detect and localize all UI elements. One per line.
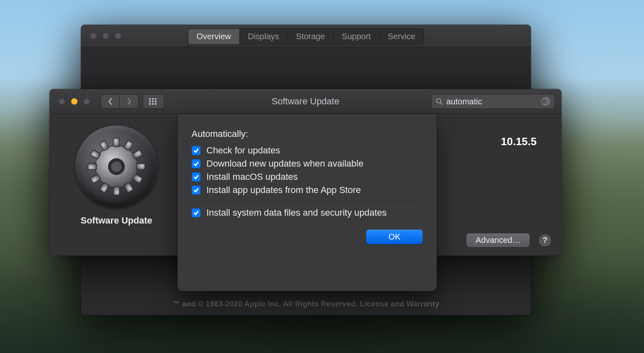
svg-rect-5 [155,101,156,102]
nav-back-forward [101,94,139,108]
x-icon [542,99,546,104]
software-update-left-column: Software Update [62,125,171,226]
nav-back-button[interactable] [101,94,120,108]
option-label: Install macOS updates [206,172,298,182]
maximize-icon[interactable] [83,98,90,105]
nav-forward-button[interactable] [120,94,139,108]
sheet-header: Automatically: [192,129,423,139]
option-download-new-updates[interactable]: Download new updates when available [192,158,423,169]
prefs-window-title: Software Update [272,96,339,107]
prefs-search-field[interactable]: automatic [431,94,555,109]
show-all-prefs-button[interactable] [143,94,164,108]
clear-search-button[interactable] [541,97,550,106]
svg-line-10 [440,103,443,105]
chevron-left-icon [107,98,113,105]
about-window-titlebar: Overview Displays Storage Support Servic… [81,25,531,47]
svg-rect-0 [149,98,151,100]
software-update-bottom-right: Advanced… ? [466,233,552,247]
checkbox-icon[interactable] [192,172,201,181]
about-window-footer: ™ and © 1983-2020 Apple Inc. All Rights … [81,300,531,308]
macos-version-peek: 10.15.5 [501,135,537,148]
maximize-icon[interactable] [115,33,121,39]
svg-rect-4 [152,101,154,102]
prefs-nav-group [101,94,164,108]
option-label: Check for updates [206,145,280,156]
sheet-divider [192,201,423,202]
option-install-app-store-updates[interactable]: Install app updates from the App Store [192,185,423,195]
prefs-search-value: automatic [446,97,541,106]
advanced-button[interactable]: Advanced… [466,233,530,247]
help-button[interactable]: ? [538,234,552,247]
svg-rect-1 [152,98,154,100]
checkbox-icon[interactable] [192,208,201,217]
software-update-gear-icon [75,125,158,208]
checkbox-icon[interactable] [192,186,201,195]
svg-rect-7 [152,103,154,105]
minimize-icon[interactable] [102,33,109,39]
svg-rect-12 [114,138,120,147]
checkbox-icon[interactable] [192,146,201,155]
minimize-icon[interactable] [71,98,78,105]
svg-rect-3 [149,101,151,102]
ok-button[interactable]: OK [366,230,423,244]
tab-service[interactable]: Service [379,29,424,44]
tab-overview[interactable]: Overview [188,29,239,44]
option-label: Install system data files and security u… [206,207,387,218]
about-window-traffic-lights [81,33,121,39]
sheet-button-row: OK [192,230,423,244]
search-icon [436,98,443,105]
option-install-macos-updates[interactable]: Install macOS updates [192,172,423,182]
grid-icon [149,98,159,105]
gear-icon [85,136,147,198]
tab-support[interactable]: Support [334,29,379,44]
advanced-options-sheet: Automatically: Check for updates Downloa… [178,114,437,291]
checkbox-icon[interactable] [192,159,201,168]
svg-rect-2 [155,98,156,100]
svg-rect-6 [149,103,151,105]
option-label: Install app updates from the App Store [206,185,361,195]
close-icon[interactable] [59,98,65,105]
software-update-label: Software Update [62,215,171,226]
option-install-system-data-security[interactable]: Install system data files and security u… [192,207,423,218]
close-icon[interactable] [90,33,97,39]
prefs-window-traffic-lights [50,98,90,105]
chevron-right-icon [126,98,132,105]
tab-storage[interactable]: Storage [288,29,334,44]
option-check-for-updates[interactable]: Check for updates [192,145,423,156]
option-label: Download new updates when available [206,158,363,169]
tab-displays[interactable]: Displays [239,29,288,44]
prefs-window-titlebar: Software Update automatic [50,89,561,114]
svg-point-14 [111,161,122,172]
about-window-tabs: Overview Displays Storage Support Servic… [188,28,424,45]
svg-rect-8 [155,103,156,105]
